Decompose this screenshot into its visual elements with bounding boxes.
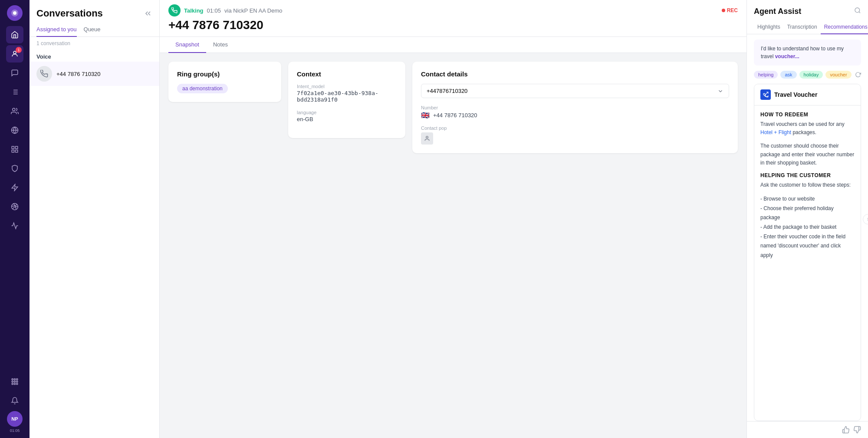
contact-phone-value: +44 7876 710320 — [433, 112, 477, 119]
feedback-bar — [747, 421, 868, 438]
conversations-header: Conversations — [30, 0, 159, 23]
helping-customer-heading: HELPING THE CUSTOMER — [760, 172, 855, 178]
collapse-sidebar-button[interactable] — [144, 9, 152, 18]
travel-voucher-card: Travel Voucher HOW TO REDEEM Travel vouc… — [754, 84, 861, 421]
svg-rect-14 — [16, 150, 18, 152]
context-card: Context Intent_model 7f02a1e0-ae30-43bb-… — [288, 62, 405, 138]
ring-group-title: Ring group(s) — [177, 70, 273, 78]
tab-notes[interactable]: Notes — [206, 37, 235, 53]
voice-section-label: Voice — [30, 50, 159, 62]
tag-voucher[interactable]: voucher — [825, 71, 851, 79]
svg-rect-18 — [12, 379, 13, 380]
tab-queue[interactable]: Queue — [84, 23, 101, 37]
svg-point-2 — [13, 51, 16, 54]
tab-assigned-to-you[interactable]: Assigned to you — [36, 23, 77, 37]
conversation-list-item[interactable]: +44 7876 710320 — [30, 62, 159, 86]
call-via-text: via NickP EN AA Demo — [224, 7, 282, 14]
sidebar-item-shield[interactable] — [6, 160, 23, 177]
sidebar-item-chat[interactable] — [6, 64, 23, 82]
conversation-avatar — [36, 66, 52, 82]
travel-voucher-icon — [760, 89, 771, 100]
svg-rect-26 — [16, 383, 18, 385]
intent-model-value: 7f02a1e0-ae30-43bb-938a-bdd2318a91f0 — [297, 90, 397, 103]
ring-group-card: Ring group(s) aa demonstration — [168, 62, 281, 102]
contact-details-title: Contact details — [421, 70, 729, 78]
transcript-snippet: I'd like to understand how to use my tra… — [754, 40, 861, 66]
sidebar-item-bell[interactable] — [6, 392, 23, 409]
sidebar-item-agent[interactable]: 1 — [6, 45, 23, 63]
ring-group-tag: aa demonstration — [177, 84, 228, 93]
number-label: Number — [421, 105, 729, 110]
conversation-phone-number: +44 7876 710320 — [56, 71, 101, 77]
svg-point-9 — [13, 108, 15, 111]
contact-number-row: 🇬🇧 +44 7876 710320 — [421, 111, 729, 119]
call-phone-icon — [168, 4, 181, 16]
sidebar-item-home[interactable] — [6, 26, 23, 43]
sidebar-item-integration[interactable] — [6, 179, 23, 196]
tab-snapshot[interactable]: Snapshot — [168, 37, 206, 53]
conversations-panel: Conversations Assigned to you Queue 1 co… — [30, 0, 160, 438]
agent-assist-panel: Agent Assist Highlights Transcription Re… — [746, 0, 868, 438]
contact-phone-dropdown[interactable]: +447876710320 — [421, 84, 729, 98]
svg-rect-12 — [12, 146, 14, 148]
redeem-text-2: The customer should choose their package… — [760, 142, 855, 167]
intent-model-row: Intent_model 7f02a1e0-ae30-43bb-938a-bdd… — [297, 84, 397, 103]
svg-rect-24 — [12, 383, 13, 385]
conversations-title: Conversations — [36, 8, 103, 19]
sidebar-item-reports[interactable] — [6, 141, 23, 158]
tag-helping[interactable]: helping — [754, 71, 778, 79]
svg-point-27 — [426, 136, 428, 138]
tag-holiday[interactable]: holiday — [799, 71, 823, 79]
call-header: Talking 01:05 via NickP EN AA Demo REC +… — [160, 0, 746, 37]
call-status-bar: Talking 01:05 via NickP EN AA Demo REC — [168, 4, 738, 16]
language-value: en-GB — [297, 116, 397, 122]
main-tabs: Snapshot Notes — [160, 37, 746, 53]
svg-rect-22 — [14, 381, 16, 382]
sidebar-item-globe[interactable] — [6, 122, 23, 139]
bullet-add: - Add the package to their basket — [760, 223, 855, 232]
bullet-browse: - Browse to our website — [760, 194, 855, 204]
sidebar-item-contacts[interactable] — [6, 102, 23, 120]
search-icon[interactable] — [854, 7, 861, 14]
tab-highlights[interactable]: Highlights — [754, 20, 784, 34]
nav-logo[interactable] — [7, 5, 23, 21]
call-duration: 01:05 — [207, 7, 221, 14]
svg-rect-19 — [14, 379, 16, 380]
agent-assist-title: Agent Assist — [754, 7, 861, 16]
contact-pop-icon[interactable] — [421, 132, 433, 145]
context-title: Context — [297, 70, 397, 78]
hotel-flight-link[interactable]: Hotel + Flight — [760, 129, 791, 135]
thumbs-up-button[interactable] — [842, 426, 850, 434]
tag-ask[interactable]: ask — [780, 71, 796, 79]
sidebar-item-apps[interactable] — [6, 373, 23, 390]
sidebar-item-message[interactable] — [6, 198, 23, 215]
contact-pop-label: Contact pop — [421, 125, 729, 131]
agent-badge: 1 — [16, 47, 22, 53]
language-label: language — [297, 110, 397, 115]
sidebar-item-list[interactable] — [6, 83, 23, 101]
svg-rect-20 — [16, 379, 18, 380]
call-status-label: Talking — [184, 7, 204, 14]
refresh-icon[interactable] — [855, 72, 861, 78]
contact-details-card: Contact details +447876710320 Number 🇬🇧 … — [412, 62, 738, 153]
svg-rect-25 — [14, 383, 16, 385]
expand-panel-button[interactable] — [863, 214, 868, 224]
conversations-tabs: Assigned to you Queue — [30, 23, 159, 37]
nav-call-timer: 01:05 — [10, 428, 20, 433]
svg-point-1 — [13, 11, 16, 15]
bullet-choose: - Choose their preferred holiday package — [760, 204, 855, 223]
language-row: language en-GB — [297, 110, 397, 122]
bullet-enter: - Enter their voucher code in the field … — [760, 232, 855, 260]
call-phone-number: +44 7876 710320 — [168, 18, 738, 32]
how-to-redeem-heading: HOW TO REDEEM — [760, 112, 855, 118]
sidebar-item-activity[interactable] — [6, 217, 23, 234]
tab-recommendations[interactable]: Recommendations — [821, 20, 868, 34]
main-content: Talking 01:05 via NickP EN AA Demo REC +… — [160, 0, 746, 438]
tab-transcription[interactable]: Transcription — [784, 20, 821, 34]
thumbs-down-button[interactable] — [853, 426, 861, 434]
svg-rect-13 — [16, 146, 18, 148]
nav-user-avatar[interactable]: NP — [7, 411, 23, 427]
agent-assist-tags: helping ask holiday voucher — [747, 71, 868, 84]
helping-intro: Ask the customer to follow these steps: — [760, 181, 855, 189]
rec-badge: REC — [722, 7, 738, 13]
